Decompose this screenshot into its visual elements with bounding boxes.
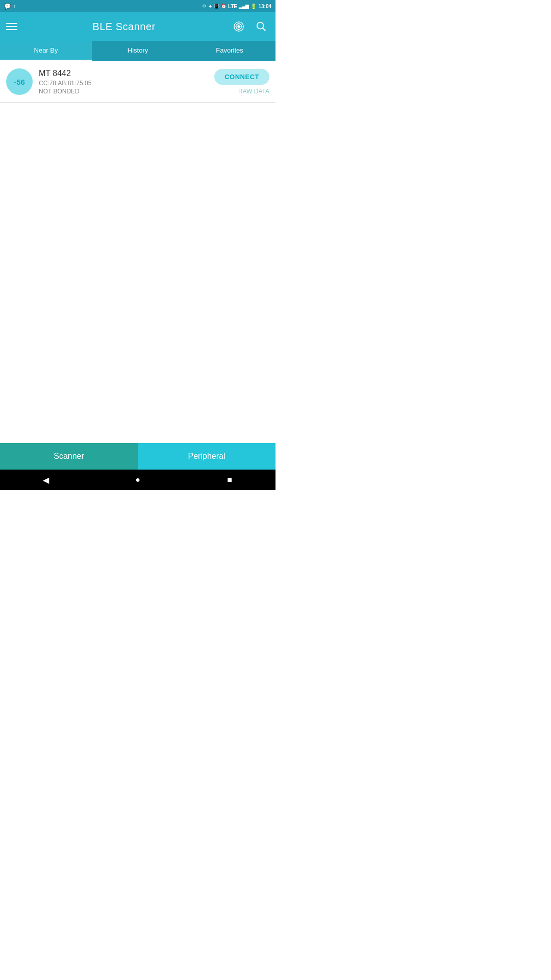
recent-apps-button[interactable]: ■ [219,472,240,487]
header-icons [231,18,269,35]
app-header: BLE Scanner [0,12,276,41]
android-nav-bar: ◀ ● ■ [0,470,276,490]
tab-favorites[interactable]: Favorites [184,41,276,61]
menu-button[interactable] [6,23,17,30]
status-bar-right: ⟳ ✦ 📳 ⏰ LTE ▂▄▆ 🔋 13:04 [203,4,271,9]
time-display: 13:04 [258,4,271,9]
device-bond-status: NOT BONDED [39,88,208,95]
signal-value: -56 [14,78,25,86]
vibrate-icon: 📳 [214,4,219,9]
menu-line-1 [6,23,17,24]
app-container: 💬 ↑ ⟳ ✦ 📳 ⏰ LTE ▂▄▆ 🔋 13:04 BLE Scanner [0,0,276,490]
content-area: -56 MT 8442 CC:78:AB:81:75:05 NOT BONDED… [0,61,276,490]
alarm-icon: ⏰ [221,4,227,9]
scanner-tab[interactable]: Scanner [0,443,138,470]
device-actions: CONNECT RAW DATA [214,69,269,95]
bluetooth-icon: ✦ [208,4,212,9]
back-button[interactable]: ◀ [36,472,56,487]
menu-line-3 [6,29,17,30]
device-name: MT 8442 [39,69,208,78]
tab-bar: Near By History Favorites [0,41,276,61]
signal-badge: -56 [6,68,33,95]
device-mac: CC:78:AB:81:75:05 [39,80,208,87]
status-bar-left: 💬 ↑ [4,3,16,10]
peripheral-tab[interactable]: Peripheral [138,443,276,470]
tab-nearby[interactable]: Near By [0,41,92,61]
upload-icon: ↑ [13,4,16,9]
app-title: BLE Scanner [92,21,155,33]
raw-data-button[interactable]: RAW DATA [238,88,269,95]
status-bar: 💬 ↑ ⟳ ✦ 📳 ⏰ LTE ▂▄▆ 🔋 13:04 [0,0,276,12]
signal-icon: ▂▄▆ [239,4,249,9]
whatsapp-icon: 💬 [4,3,11,10]
radar-button[interactable] [231,18,247,35]
sync-icon: ⟳ [203,4,207,9]
tab-history[interactable]: History [92,41,184,61]
device-list: -56 MT 8442 CC:78:AB:81:75:05 NOT BONDED… [0,61,276,276]
search-button[interactable] [253,18,269,35]
bottom-nav: Scanner Peripheral [0,443,276,470]
home-button[interactable]: ● [128,472,148,487]
menu-line-2 [6,26,17,27]
table-row: -56 MT 8442 CC:78:AB:81:75:05 NOT BONDED… [0,61,276,103]
svg-point-5 [257,22,264,29]
connect-button[interactable]: CONNECT [214,69,269,85]
lte-indicator: LTE [228,4,237,9]
battery-icon: 🔋 [251,4,257,9]
device-info: MT 8442 CC:78:AB:81:75:05 NOT BONDED [39,69,208,95]
svg-line-6 [263,28,266,31]
